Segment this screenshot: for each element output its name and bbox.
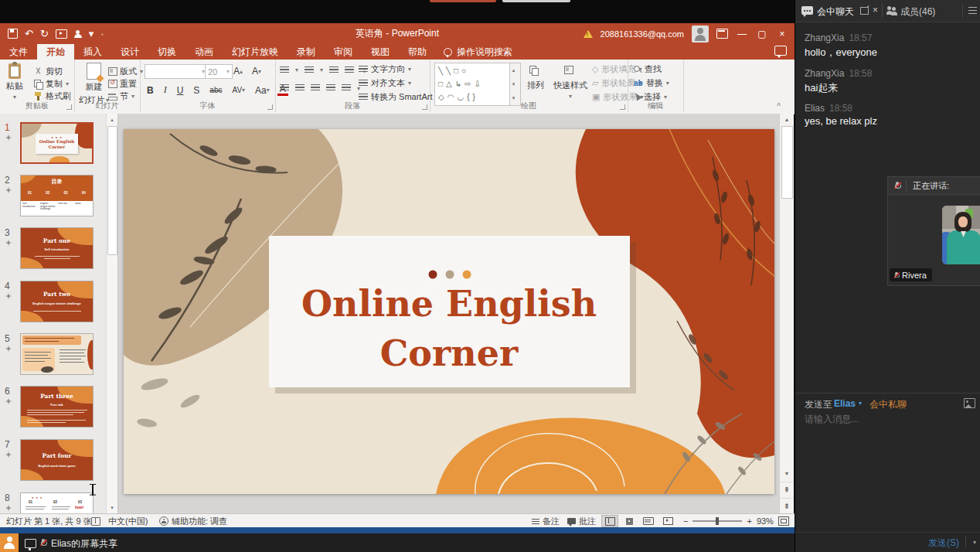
- tab-members[interactable]: 成员(46): [900, 5, 935, 19]
- align-right-icon[interactable]: [311, 84, 320, 92]
- paste-dropdown-icon[interactable]: ▾: [13, 94, 16, 101]
- replace-button[interactable]: ab 替换▾: [634, 77, 669, 89]
- paste-button[interactable]: 粘贴 ▾: [6, 63, 23, 101]
- image-icon[interactable]: [964, 398, 975, 408]
- qat-dropdown-icon[interactable]: ▾: [89, 28, 94, 39]
- close-chat-icon[interactable]: ×: [873, 5, 878, 15]
- italic-button[interactable]: I: [162, 84, 169, 96]
- fit-to-window-icon[interactable]: [778, 516, 789, 526]
- save-icon[interactable]: [8, 29, 18, 39]
- slide-editing-area[interactable]: Online English Corner: [118, 114, 779, 513]
- tab-animations[interactable]: 动画: [185, 44, 223, 60]
- language-status[interactable]: 中文(中国): [108, 514, 148, 528]
- shape-row-1[interactable]: ╲╲□○: [438, 64, 517, 77]
- accessibility-status[interactable]: 辅助功能: 调查: [159, 514, 227, 528]
- slide-thumbnail-5[interactable]: [20, 333, 94, 375]
- quick-styles-button[interactable]: 快速样式 ▾: [553, 66, 587, 100]
- shrink-font-button[interactable]: A▾: [250, 66, 264, 77]
- slide-thumbnail-6[interactable]: Part three Free talk: [20, 386, 94, 428]
- menu-icon[interactable]: [968, 7, 977, 14]
- slide-thumbnail-4[interactable]: Part two English tongue twister challeng…: [20, 281, 94, 322]
- grow-font-button[interactable]: A▴: [231, 66, 245, 77]
- copy-dropdown-icon[interactable]: ▾: [66, 80, 69, 87]
- tab-meeting-chat[interactable]: 会中聊天: [817, 5, 854, 19]
- next-slide-button[interactable]: ⇟: [780, 498, 794, 513]
- tab-design[interactable]: 设计: [111, 44, 148, 60]
- font-size-combo[interactable]: 20▾: [205, 64, 233, 79]
- clipboard-dialog-launcher[interactable]: [66, 104, 72, 110]
- restore-button[interactable]: ▢: [756, 29, 768, 39]
- start-slideshow-icon[interactable]: [56, 29, 67, 39]
- minimize-button[interactable]: —: [736, 29, 748, 39]
- collapse-ribbon-icon[interactable]: ^: [777, 102, 781, 111]
- increase-indent-icon[interactable]: [345, 66, 354, 74]
- text-direction-button[interactable]: 文字方向▾: [359, 63, 411, 75]
- font-name-combo[interactable]: ▾: [145, 64, 208, 79]
- ribbon-display-options-icon[interactable]: [716, 29, 728, 39]
- avatar[interactable]: [692, 26, 709, 43]
- slide-sorter-view-button[interactable]: [621, 515, 638, 527]
- zoom-slider[interactable]: [692, 520, 742, 522]
- redo-icon[interactable]: ↻: [40, 28, 49, 39]
- strikethrough-button[interactable]: abc: [207, 86, 224, 94]
- paragraph-dialog-launcher[interactable]: [422, 104, 427, 110]
- undo-icon[interactable]: ↶: [25, 28, 33, 39]
- tab-slideshow[interactable]: 幻灯片放映: [223, 44, 288, 60]
- columns-icon[interactable]: [342, 84, 351, 92]
- notes-toggle[interactable]: 备注: [532, 514, 560, 528]
- slide-counter[interactable]: 幻灯片 第 1 张, 共 9 张: [6, 514, 92, 528]
- tab-review[interactable]: 审阅: [325, 44, 362, 60]
- align-center-icon[interactable]: [295, 84, 305, 92]
- numbering-icon[interactable]: [305, 66, 314, 74]
- slideshow-button[interactable]: [659, 515, 676, 527]
- scroll-up-icon[interactable]: ▴: [107, 114, 117, 125]
- qat-more-icon[interactable]: ·: [100, 28, 104, 39]
- target-dropdown-icon[interactable]: ▾: [859, 400, 862, 407]
- tab-help[interactable]: 帮助: [399, 44, 436, 60]
- bullets-icon[interactable]: [280, 66, 289, 74]
- thumbnail-scrollbar[interactable]: ▴ ▾: [106, 114, 117, 513]
- slide-thumbnail-1[interactable]: ● ● ● Online English Corner: [20, 122, 94, 164]
- align-left-icon[interactable]: [280, 84, 289, 92]
- drawing-dialog-launcher[interactable]: [620, 104, 625, 110]
- zoom-level[interactable]: 93%: [757, 516, 774, 526]
- spellcheck-icon[interactable]: [91, 514, 100, 528]
- slide-thumbnail-7[interactable]: Part four English word chain game: [20, 439, 94, 481]
- main-scrollbar[interactable]: ▴ ▾ ⇞ ⇟: [779, 114, 794, 513]
- tell-me-search[interactable]: 操作说明搜索: [436, 44, 520, 60]
- zoom-in-button[interactable]: +: [747, 516, 751, 526]
- shape-gallery-scrollbar[interactable]: ▴ ▾ ▾: [509, 63, 520, 105]
- reading-view-button[interactable]: [640, 515, 657, 527]
- tab-insert[interactable]: 插入: [74, 44, 111, 60]
- decrease-indent-icon[interactable]: [329, 66, 339, 74]
- copy-button[interactable]: 复制 ▾: [34, 78, 69, 90]
- slide-thumbnail-3[interactable]: Part one Self introduction: [20, 227, 94, 269]
- normal-view-button[interactable]: [601, 515, 618, 527]
- tab-view[interactable]: 视图: [362, 44, 399, 60]
- zoom-out-button[interactable]: −: [683, 516, 688, 526]
- previous-slide-button[interactable]: ⇞: [780, 482, 794, 497]
- slide-canvas[interactable]: Online English Corner: [124, 129, 774, 494]
- zoom-slider-thumb[interactable]: [716, 517, 719, 525]
- slide-thumbnail-2[interactable]: 目录 01 02 03 04 Self-introduction English…: [20, 175, 94, 216]
- scroll-up-icon[interactable]: ▴: [780, 114, 794, 126]
- comments-toggle[interactable]: 批注: [567, 514, 596, 528]
- pen-user-icon[interactable]: [74, 30, 82, 38]
- char-spacing-button[interactable]: AV▾: [230, 86, 247, 94]
- thumbnail-scrollbar-thumb[interactable]: [107, 126, 117, 255]
- cut-button[interactable]: 剪切: [34, 66, 63, 77]
- shape-gallery[interactable]: ╲╲□○ □△↳⇨⇩ ◇◠◡{} ▴ ▾ ▾: [434, 63, 521, 106]
- reset-button[interactable]: 重置: [108, 78, 137, 90]
- bold-button[interactable]: B: [145, 85, 156, 96]
- scroll-down-icon[interactable]: ▾: [107, 502, 117, 513]
- tab-record[interactable]: 录制: [288, 44, 325, 60]
- tab-home[interactable]: 开始: [37, 44, 74, 60]
- main-scrollbar-thumb[interactable]: [781, 126, 793, 199]
- arrange-button[interactable]: 排列: [527, 66, 544, 91]
- send-button[interactable]: 发送(S): [928, 537, 959, 550]
- layout-button[interactable]: 版式▾: [108, 66, 143, 77]
- underline-button[interactable]: U: [175, 85, 186, 96]
- font-dialog-launcher[interactable]: [267, 104, 273, 110]
- change-case-button[interactable]: Aa▾: [253, 85, 272, 96]
- tab-file[interactable]: 文件: [0, 44, 37, 60]
